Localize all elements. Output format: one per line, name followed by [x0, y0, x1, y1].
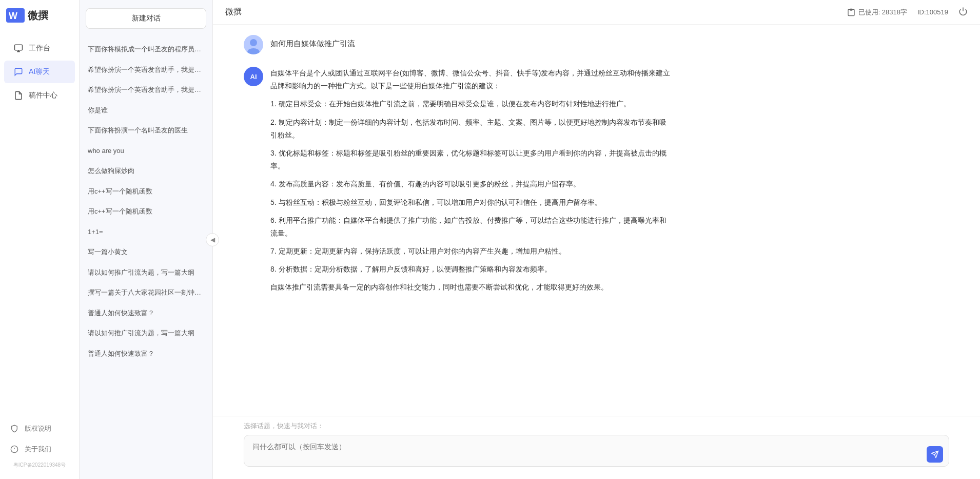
usage-text: 已使用: 28318字: [858, 8, 907, 17]
list-item[interactable]: 1+1=: [80, 222, 212, 242]
list-item[interactable]: 希望你扮演一个英语发音助手，我提供给你...: [80, 80, 212, 100]
send-icon: [931, 450, 939, 458]
chat-input[interactable]: [244, 435, 949, 467]
sidebar-item-draft[interactable]: 稿件中心: [4, 84, 75, 107]
collapse-panel-button[interactable]: ◀: [206, 233, 219, 246]
message-row-user: 如何用自媒体做推广引流: [244, 35, 949, 54]
history-panel: 新建对话 下面你将模拟成一个叫圣友的程序员，我说... 希望你扮演一个英语发音助…: [80, 0, 213, 479]
ai-paragraph-4: 4. 发布高质量内容：发布高质量、有价值、有趣的内容可以吸引更多的粉丝，并提高用…: [270, 178, 671, 190]
ai-paragraph-9: 自媒体推广引流需要具备一定的内容创作和社交能力，同时也需要不断尝试和优化，才能取…: [270, 281, 671, 294]
list-item[interactable]: who are you: [80, 141, 212, 161]
list-item[interactable]: 希望你扮演一个英语发音助手，我提供给你...: [80, 60, 212, 80]
sidebar-item-workbench-label: 工作台: [29, 44, 50, 53]
footer-item-copyright[interactable]: 版权说明: [0, 418, 79, 439]
user-avatar: [244, 35, 263, 54]
list-item[interactable]: 请以如何推广引流为题，写一篇大纲: [80, 323, 212, 343]
quick-topics-label: 选择话题，快速与我对话：: [244, 421, 949, 431]
list-item[interactable]: 用c++写一个随机函数: [80, 181, 212, 202]
usage-icon: [847, 8, 855, 16]
list-item[interactable]: 普通人如何快速致富？: [80, 343, 212, 364]
sidebar-item-draft-label: 稿件中心: [29, 91, 57, 100]
user-message-bubble: 如何用自媒体做推广引流: [270, 35, 355, 54]
usage-info: 已使用: 28318字: [847, 8, 907, 17]
main-nav: 工作台 AI聊天 稿件中心: [0, 31, 79, 412]
user-id-text: ID:100519: [917, 8, 948, 16]
file-icon: [13, 90, 24, 101]
ai-paragraph-6: 6. 利用平台推广功能：自媒体平台都提供了推广功能，如广告投放、付费推广等，可以…: [270, 214, 671, 240]
ai-paragraph-3: 3. 优化标题和标签：标题和标签是吸引粉丝的重要因素，优化标题和标签可以让更多的…: [270, 147, 671, 173]
input-wrapper: [244, 435, 949, 469]
new-chat-button[interactable]: 新建对话: [86, 8, 206, 29]
history-list: 下面你将模拟成一个叫圣友的程序员，我说... 希望你扮演一个英语发音助手，我提供…: [80, 37, 212, 479]
list-item[interactable]: 怎么做狗屎炒肉: [80, 161, 212, 181]
bottom-input-area: 选择话题，快速与我对话：: [213, 416, 980, 479]
list-item[interactable]: 普通人如何快速致富？: [80, 303, 212, 323]
footer-copyright-label: 版权说明: [25, 424, 51, 433]
message-row-ai: AI 自媒体平台是个人或团队通过互联网平台(如博客、微博、微信公众号、抖音、快手…: [244, 67, 949, 299]
power-icon[interactable]: [958, 7, 968, 17]
svg-text:W: W: [9, 11, 17, 21]
sidebar-footer: 版权说明 关于我们 粤ICP备2022019348号: [0, 412, 79, 479]
shield-icon: [9, 424, 19, 434]
logo-area: W 微撰: [0, 0, 79, 31]
send-button[interactable]: [927, 446, 943, 463]
main-chat-area: 微撰 已使用: 28318字 ID:100519 如何用自媒体做推广引流 AI: [213, 0, 980, 479]
svg-rect-2: [15, 45, 23, 50]
sidebar-item-workbench[interactable]: 工作台: [4, 37, 75, 60]
list-item[interactable]: 写一篇小黄文: [80, 242, 212, 262]
ai-paragraph-8: 8. 分析数据：定期分析数据，了解用户反馈和喜好，以便调整推广策略和内容发布频率…: [270, 263, 671, 276]
top-bar-title: 微撰: [225, 7, 242, 17]
chat-icon: [13, 67, 24, 77]
list-item[interactable]: 用c++写一个随机函数: [80, 201, 212, 222]
user-question-text: 如何用自媒体做推广引流: [270, 35, 355, 49]
info-icon: [9, 444, 19, 454]
top-bar-right: 已使用: 28318字 ID:100519: [847, 7, 968, 17]
monitor-icon: [13, 43, 24, 53]
ai-message-bubble: 自媒体平台是个人或团队通过互联网平台(如博客、微博、微信公众号、抖音、快手等)发…: [270, 67, 671, 299]
ai-paragraph-7: 7. 定期更新：定期更新内容，保持活跃度，可以让用户对你的内容产生兴趣，增加用户…: [270, 245, 671, 258]
svg-point-11: [250, 39, 257, 46]
list-item[interactable]: 请以如何推广引流为题，写一篇大纲: [80, 262, 212, 283]
sidebar-item-ai-chat-label: AI聊天: [29, 67, 50, 76]
list-item[interactable]: 下面你将扮演一个名叫圣友的医生: [80, 120, 212, 141]
list-item[interactable]: 下面你将模拟成一个叫圣友的程序员，我说...: [80, 39, 212, 60]
ai-avatar: AI: [244, 67, 263, 86]
app-name: 微撰: [28, 9, 48, 23]
footer-about-label: 关于我们: [25, 445, 51, 454]
ai-paragraph-0: 自媒体平台是个人或团队通过互联网平台(如博客、微博、微信公众号、抖音、快手等)发…: [270, 67, 671, 92]
chat-content: 如何用自媒体做推广引流 AI 自媒体平台是个人或团队通过互联网平台(如博客、微博…: [213, 25, 980, 416]
icp-text: 粤ICP备2022019348号: [0, 459, 79, 473]
ai-paragraph-5: 5. 与粉丝互动：积极与粉丝互动，回复评论和私信，可以增加用户对你的认可和信任，…: [270, 196, 671, 209]
top-bar: 微撰 已使用: 28318字 ID:100519: [213, 0, 980, 25]
sidebar-item-ai-chat[interactable]: AI聊天: [4, 61, 75, 83]
ai-paragraph-1: 1. 确定目标受众：在开始自媒体推广引流之前，需要明确目标受众是谁，以便在发布内…: [270, 98, 671, 110]
list-item[interactable]: 撰写一篇关于八大家花园社区一刻钟便民生...: [80, 282, 212, 303]
ai-paragraph-2: 2. 制定内容计划：制定一份详细的内容计划，包括发布时间、频率、主题、文案、图片…: [270, 116, 671, 142]
sidebar: W 微撰 工作台 AI聊天 稿件中心 版权说明: [0, 0, 80, 479]
logo-icon: W: [6, 8, 25, 23]
list-item[interactable]: 你是谁: [80, 100, 212, 121]
footer-item-about[interactable]: 关于我们: [0, 439, 79, 459]
